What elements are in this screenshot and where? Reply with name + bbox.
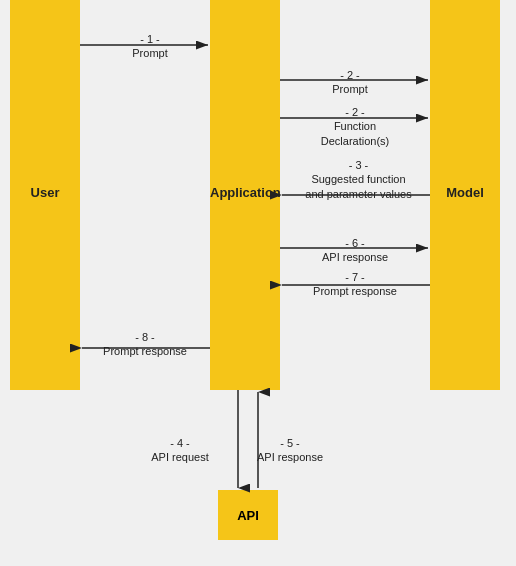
arrow-label-2a: - 2 -Prompt [295, 68, 405, 97]
label-model: Model [430, 185, 500, 200]
diagram-container: API User Application Model - 1 -Prompt -… [0, 0, 516, 566]
arrow-label-6: - 6 -API response [295, 236, 415, 265]
label-user: User [10, 185, 80, 200]
arrow-label-1: - 1 -Prompt [95, 32, 205, 61]
arrow-label-2b: - 2 -FunctionDeclaration(s) [295, 105, 415, 148]
api-box: API [218, 490, 278, 540]
arrow-label-5: - 5 -API response [250, 436, 330, 465]
arrow-label-3: - 3 -Suggested functionand parameter val… [291, 158, 426, 201]
arrow-label-4: - 4 -API request [140, 436, 220, 465]
label-application: Application [210, 185, 280, 200]
arrow-label-8: - 8 -Prompt response [90, 330, 200, 359]
arrow-label-7: - 7 -Prompt response [295, 270, 415, 299]
